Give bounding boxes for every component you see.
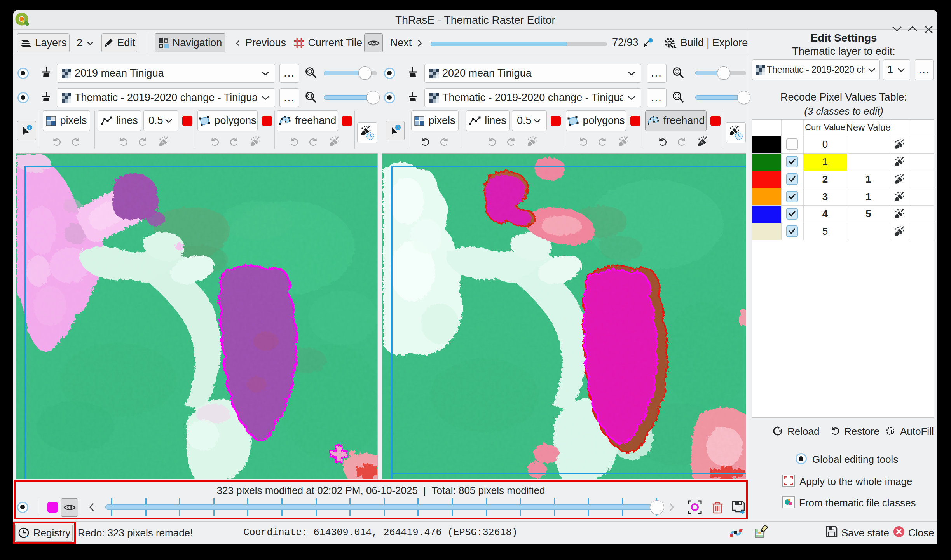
svg-text:i: i	[29, 125, 30, 130]
svg-text:i: i	[397, 125, 398, 130]
